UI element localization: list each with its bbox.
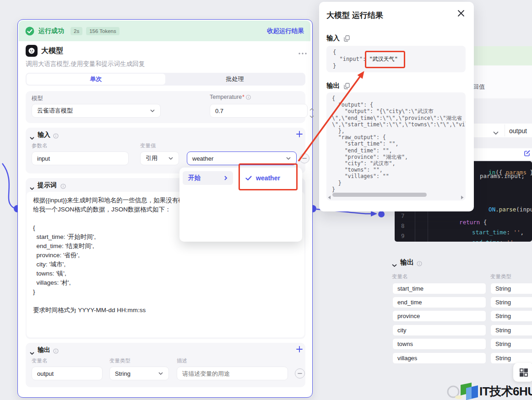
chevron-down-icon[interactable] <box>493 129 499 137</box>
var-type-field[interactable]: String <box>490 310 532 322</box>
var-type-field[interactable]: String <box>490 352 532 364</box>
result-output-label: 输出 <box>326 81 340 90</box>
result-panel-title: 大模型 运行结果 <box>326 10 383 21</box>
var-type-field[interactable]: String <box>490 297 532 308</box>
chevron-down-icon[interactable] <box>29 184 35 192</box>
horizontal-scrollbar[interactable] <box>332 193 427 197</box>
var-name-label: 变量名 <box>32 357 48 364</box>
minimap-button[interactable] <box>513 363 532 382</box>
info-icon <box>417 260 422 268</box>
chevron-down-icon <box>168 157 174 160</box>
tab-single[interactable]: 单次 <box>27 74 165 85</box>
model-select[interactable]: 云雀语言模型 <box>32 104 161 118</box>
add-output-button[interactable] <box>296 346 303 355</box>
edit-icon[interactable] <box>524 150 531 158</box>
desc-label: 描述 <box>177 357 187 364</box>
var-name-field[interactable]: villages <box>392 352 486 364</box>
prompt-section-title: 提示词 <box>38 181 57 189</box>
result-input-label: 输入 <box>326 34 340 43</box>
watermark: IT技术6HU <box>446 382 532 400</box>
annotation-box-input-value <box>365 51 405 68</box>
model-label: 模型 <box>32 95 43 103</box>
scroll-right-arrow[interactable] <box>461 193 464 200</box>
remove-input-button[interactable] <box>299 153 309 163</box>
watermark-logo-icon <box>446 382 481 400</box>
temperature-input[interactable] <box>210 104 308 118</box>
info-icon <box>60 183 66 191</box>
collapse-results-link[interactable]: 收起运行结果 <box>267 27 304 35</box>
line-number-7: 7 <box>401 213 405 219</box>
prompt-line: villages: '村', <box>33 278 298 287</box>
var-name-field[interactable]: start_time <box>392 283 486 294</box>
param-name-field[interactable] <box>32 151 129 165</box>
field-divider <box>505 124 505 136</box>
ref-type-select[interactable]: 引用 <box>140 151 179 165</box>
input-section-title: 输入 <box>38 131 50 139</box>
prompt-line: city: '城市', <box>33 260 298 269</box>
prompt-line: end_time: '结束时间', <box>33 242 298 251</box>
copy-icon[interactable] <box>344 35 350 42</box>
more-menu-icon[interactable] <box>298 49 307 57</box>
chevron-down-icon <box>150 109 155 113</box>
output-field-value[interactable]: output <box>509 127 527 135</box>
prompt-line: towns: '镇', <box>33 269 298 278</box>
mode-tabs: 单次 批处理 <box>26 73 305 86</box>
chevron-down-icon[interactable] <box>29 134 35 142</box>
stepper-down-icon[interactable] <box>309 112 314 120</box>
output-type-select[interactable]: String <box>109 367 169 380</box>
code-line-9: end_time: '', <box>458 233 517 242</box>
dropdown-source-item[interactable]: 开始 <box>183 171 233 185</box>
watermark-text: IT技术6HU <box>479 384 532 400</box>
output-desc-field[interactable] <box>177 367 288 380</box>
info-icon <box>246 95 251 100</box>
info-icon <box>53 347 59 356</box>
var-type-field[interactable]: String <box>490 283 532 294</box>
llm-node-icon <box>26 45 38 57</box>
scroll-left-arrow[interactable] <box>328 193 331 200</box>
output-section-title: 输出 <box>38 346 50 354</box>
var-name-header: 变量名 <box>392 273 408 280</box>
prompt-line: } <box>33 287 298 297</box>
annotation-box-weather <box>239 163 298 190</box>
node-title: 大模型 <box>41 46 63 56</box>
prompt-line <box>33 297 298 306</box>
result-output-json[interactable]: { "output": { "output": "{\"city\":\"武汉市… <box>326 92 466 200</box>
run-tokens-badge: 156 Tokens <box>86 27 119 35</box>
node-description: 调用大语言模型,使用变量和提示词生成回复 <box>26 60 145 68</box>
chevron-down-icon <box>286 157 291 160</box>
line-number-8: 8 <box>401 223 405 229</box>
success-check-icon <box>25 27 34 36</box>
code-node-gray-strip <box>472 137 532 148</box>
add-input-button[interactable] <box>296 130 303 140</box>
output-name-field[interactable] <box>32 367 103 380</box>
close-icon[interactable] <box>457 10 465 19</box>
info-icon <box>53 132 59 141</box>
return-value-label: 回值 <box>473 83 485 91</box>
remove-output-button[interactable] <box>295 368 305 378</box>
param-name-label: 参数名 <box>32 142 48 149</box>
var-name-field[interactable]: province <box>392 310 486 322</box>
var-type-field[interactable]: String <box>490 338 532 350</box>
line-number-9: 9 <box>401 233 405 239</box>
temperature-label: Temperature * <box>210 94 251 100</box>
var-name-field[interactable]: end_time <box>392 297 486 308</box>
code-line-2: params.input; <box>480 173 525 179</box>
code-toolbar-row <box>472 148 532 160</box>
output-section: 输出 变量名 变量类型 描述 String <box>26 343 305 387</box>
run-status-bar: 运行成功 2s 156 Tokens 收起运行结果 <box>19 21 310 41</box>
var-type-header: 变量类型 <box>490 273 511 280</box>
code-node-input-port[interactable] <box>378 211 385 217</box>
var-name-field[interactable]: towns <box>392 338 486 350</box>
code-node-body-strip <box>472 65 532 98</box>
chevron-down-icon[interactable] <box>29 349 35 357</box>
run-result-panel: 大模型 运行结果 输入 { "input": "武汉天气" } 输出 { "ou… <box>319 2 474 211</box>
chevron-down-icon[interactable] <box>391 261 397 269</box>
chevron-down-icon <box>158 372 163 375</box>
run-status-text: 运行成功 <box>38 27 64 35</box>
copy-icon[interactable] <box>344 83 350 89</box>
var-name-field[interactable]: city <box>392 324 486 336</box>
tab-batch[interactable]: 批处理 <box>165 73 304 86</box>
chevron-right-icon <box>224 175 228 181</box>
prompt-line: 要求时间格式为 YYYY-MM-dd HH:mm:ss <box>33 306 298 315</box>
var-type-field[interactable]: String <box>490 324 532 336</box>
